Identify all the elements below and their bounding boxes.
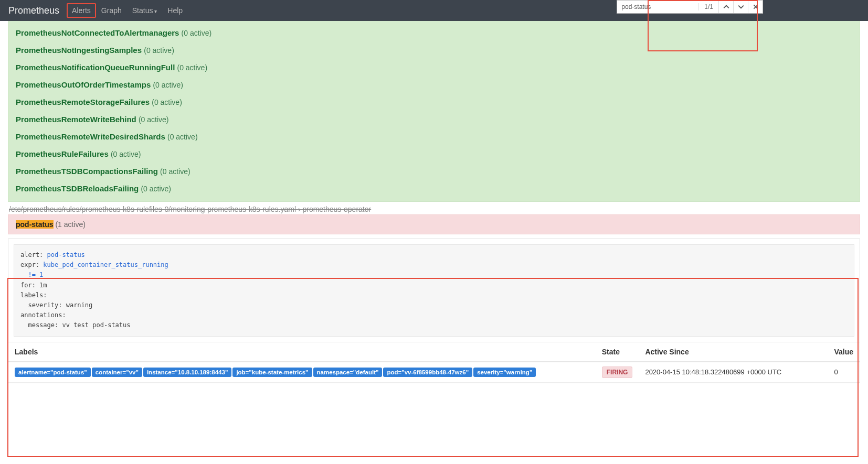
brand[interactable]: Prometheus	[8, 5, 59, 16]
alert-count: (0 active)	[144, 46, 174, 55]
nav-graph[interactable]: Graph	[96, 2, 127, 19]
alert-count: (0 active)	[153, 81, 183, 89]
label-pill: namespace="default"	[313, 368, 383, 377]
alert-name: PrometheusTSDBReloadsFailing	[16, 184, 141, 193]
alert-row[interactable]: PrometheusNotificationQueueRunningFull (…	[8, 59, 860, 76]
label-pill: severity="warning"	[473, 368, 536, 377]
alert-name-link[interactable]: pod-status	[47, 251, 85, 258]
alert-count: (0 active)	[152, 98, 182, 106]
label-pill: pod="vv-6f8599bb48-47wz6"	[383, 368, 472, 377]
alert-count: (0 active)	[141, 185, 171, 193]
alert-expr-link[interactable]: kube_pod_container_status_running	[43, 261, 168, 268]
find-count: 1/1	[698, 3, 718, 10]
alert-row[interactable]: PrometheusRemoteWriteBehind (0 active)	[8, 111, 860, 128]
alert-count: (0 active)	[160, 167, 190, 176]
rule-file-path: /etc/prometheus/rules/prometheus-k8s-rul…	[8, 202, 860, 213]
label-pill: instance="10.8.10.189:8443"	[143, 368, 231, 377]
col-state: State	[596, 342, 639, 362]
cell-state: FIRING	[596, 362, 639, 383]
alert-count: (0 active)	[177, 63, 208, 72]
cell-since: 2020-04-15 10:48:18.322480699 +0000 UTC	[639, 362, 828, 383]
alert-name: PrometheusTSDBCompactionsFailing	[16, 167, 160, 176]
alert-row[interactable]: PrometheusNotIngestingSamples (0 active)	[8, 41, 860, 59]
state-badge: FIRING	[602, 366, 633, 378]
find-input[interactable]	[617, 2, 698, 12]
alert-name: PrometheusRemoteWriteDesiredShards	[16, 132, 167, 141]
label-pill: container="vv"	[92, 368, 142, 377]
alert-name: PrometheusNotificationQueueRunningFull	[16, 63, 177, 72]
firing-alert-header[interactable]: pod-status (1 active)	[8, 214, 860, 234]
alert-row[interactable]: PrometheusTSDBReloadsFailing (0 active)	[8, 180, 860, 197]
alert-name: PrometheusOutOfOrderTimestamps	[16, 80, 153, 89]
alert-row[interactable]: PrometheusOutOfOrderTimestamps (0 active…	[8, 76, 860, 93]
alert-name: PrometheusNotConnectedToAlertmanagers	[16, 28, 182, 37]
alert-name: PrometheusRemoteStorageFailures	[16, 98, 152, 106]
col-value: Value	[828, 342, 860, 362]
alert-row[interactable]: PrometheusNotConnectedToAlertmanagers (0…	[8, 24, 860, 41]
label-pill: alertname="pod-status"	[15, 368, 91, 377]
inactive-alerts-group: PrometheusNotConnectedToAlertmanagers (0…	[8, 21, 860, 202]
alert-name: PrometheusRemoteWriteBehind	[16, 115, 139, 124]
col-labels: Labels	[8, 342, 596, 362]
find-in-page-bar: 1/1	[617, 0, 763, 14]
nav-status[interactable]: Status	[127, 2, 162, 19]
find-close-button[interactable]	[748, 1, 763, 13]
nav-alerts[interactable]: Alerts	[67, 3, 96, 18]
alert-count: (0 active)	[167, 133, 198, 141]
cell-value: 0	[828, 362, 860, 383]
firing-alert-name: pod-status	[16, 220, 54, 229]
alert-row[interactable]: PrometheusRemoteStorageFailures (0 activ…	[8, 93, 860, 111]
table-row: alertname="pod-status"container="vv"inst…	[8, 362, 860, 383]
label-pill: job="kube-state-metrics"	[232, 368, 312, 377]
nav-help[interactable]: Help	[162, 2, 188, 19]
alert-count: (0 active)	[182, 29, 212, 37]
col-since: Active Since	[639, 342, 828, 362]
alert-instances-table: Labels State Active Since Value alertnam…	[8, 342, 860, 383]
alert-row[interactable]: PrometheusRemoteWriteDesiredShards (0 ac…	[8, 128, 860, 145]
alert-row[interactable]: PrometheusTSDBCompactionsFailing (0 acti…	[8, 163, 860, 180]
content: PrometheusNotConnectedToAlertmanagers (0…	[0, 21, 868, 383]
alert-rule-code: alert: pod-status expr: kube_pod_contain…	[14, 244, 854, 337]
firing-alert-detail: alert: pod-status expr: kube_pod_contain…	[8, 239, 860, 383]
alert-count: (0 active)	[139, 115, 169, 124]
alert-name: PrometheusRuleFailures	[16, 149, 111, 158]
find-prev-button[interactable]	[718, 1, 733, 13]
alert-row[interactable]: PrometheusRuleFailures (0 active)	[8, 145, 860, 163]
alert-name: PrometheusNotIngestingSamples	[16, 46, 144, 55]
firing-alert-count: (1 active)	[55, 220, 86, 229]
alert-instances-table-wrap: Labels State Active Since Value alertnam…	[8, 342, 860, 383]
alert-count: (0 active)	[111, 150, 141, 158]
cell-labels: alertname="pod-status"container="vv"inst…	[8, 362, 596, 383]
navbar: Prometheus Alerts Graph Status Help 1/1	[0, 0, 868, 21]
find-next-button[interactable]	[733, 1, 748, 13]
